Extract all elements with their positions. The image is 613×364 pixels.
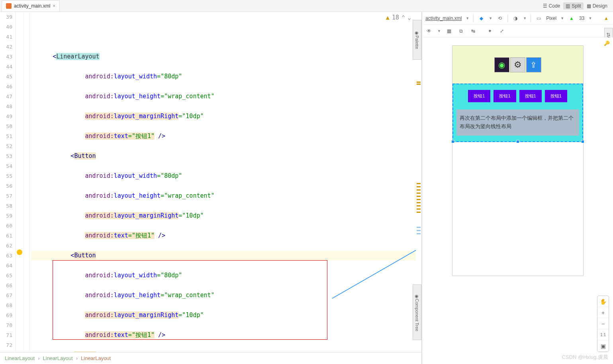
- android-icon: ▲: [568, 15, 575, 22]
- highlight-box: [53, 260, 327, 340]
- theme-icon[interactable]: ◑: [512, 15, 519, 22]
- device-preview[interactable]: ◉ ⚙ ⇪ 按钮1 按钮1 按钮1 按钮1 再次在第二个布局中添加一个编辑框，并…: [452, 45, 584, 276]
- inspection-summary[interactable]: ▲18 ⌃⌄: [384, 12, 413, 23]
- zoom-fit-button[interactable]: 1:1: [597, 329, 609, 341]
- palette-tab[interactable]: ◉ Palette: [413, 20, 421, 60]
- preview-edittext[interactable]: 再次在第二个布局中添加一个编辑框，并把第二个布局改为竖向线性布局: [456, 109, 579, 136]
- close-tab-icon[interactable]: ×: [53, 3, 55, 9]
- preview-button-1[interactable]: 按钮1: [468, 90, 490, 102]
- zoom-in-button[interactable]: +: [597, 307, 609, 318]
- resize-handle[interactable]: [451, 140, 454, 143]
- file-tab[interactable]: activity_main.xml ×: [2, 0, 60, 12]
- warning-icon[interactable]: ▲: [603, 15, 610, 22]
- component-tree-tab[interactable]: ◉ Component Tree: [413, 284, 421, 340]
- line-gutter: 3940414243444546474849505152535455565758…: [0, 12, 16, 352]
- tab-filename: activity_main.xml: [14, 3, 50, 9]
- marker-gutter: [16, 12, 24, 352]
- device-icon[interactable]: ▭: [535, 15, 542, 22]
- device-label[interactable]: Pixel: [546, 16, 556, 21]
- zoom-frame-button[interactable]: ▣: [597, 341, 609, 352]
- eye-icon[interactable]: 👁: [425, 27, 433, 35]
- selected-layout[interactable]: 按钮1 按钮1 按钮1 按钮1 再次在第二个布局中添加一个编辑框，并把第二个布局…: [452, 84, 583, 142]
- magnet-icon[interactable]: ⧉: [458, 27, 465, 35]
- designer-toolbar-2: 👁▼ ▦ ⧉ ↹ ✦ ⤢ ?: [422, 25, 613, 37]
- view-design-button[interactable]: ▦ Design: [584, 2, 610, 10]
- preview-button-4[interactable]: 按钮1: [545, 90, 567, 102]
- hint-bulb-icon[interactable]: [17, 249, 22, 255]
- api-label[interactable]: 33: [579, 16, 584, 21]
- layers-icon[interactable]: ◆: [478, 15, 485, 22]
- arrows-icon[interactable]: ✦: [486, 27, 494, 35]
- code-editor[interactable]: 3940414243444546474849505152535455565758…: [0, 12, 422, 364]
- pan-button[interactable]: ✋: [597, 296, 609, 307]
- zoom-out-button[interactable]: −: [597, 318, 609, 329]
- watermark: CSDN @Hxiug.虞晨: [562, 354, 609, 361]
- key-icon: 🔑: [604, 41, 610, 46]
- app-icon-1: ◉: [494, 57, 509, 72]
- preview-button-2[interactable]: 按钮1: [494, 90, 516, 102]
- gear-icon: ⚙: [510, 57, 525, 72]
- expand-icon[interactable]: ⤢: [498, 27, 505, 35]
- resize-handle[interactable]: [581, 140, 584, 143]
- code-area[interactable]: ▲18 ⌃⌄ <<LinearLayoutLinearLayout androi…: [29, 12, 421, 352]
- xml-file-icon: [6, 3, 12, 9]
- design-pane: ◉ Palette ◉ Component Tree ⇄ Attributes …: [422, 12, 613, 364]
- zoom-controls: ✋ + − 1:1 ▣: [597, 296, 609, 352]
- breadcrumb[interactable]: LinearLayout› LinearLayout› LinearLayout: [0, 352, 421, 364]
- share-icon: ⇪: [526, 57, 541, 72]
- preview-button-3[interactable]: 按钮1: [519, 90, 542, 102]
- view-code-button[interactable]: ☰ Code: [541, 2, 563, 10]
- view-split-button[interactable]: ▥ Split: [563, 2, 583, 10]
- align-icon[interactable]: ↹: [470, 27, 477, 35]
- fold-gutter: [24, 12, 29, 352]
- rotate-icon[interactable]: ⟲: [496, 15, 503, 22]
- designer-toolbar: activity_main.xml▼ ◆▼ ⟲ ◑▼ ▭ Pixel▼ ▲ 33…: [422, 12, 613, 25]
- grid-icon[interactable]: ▦: [446, 27, 453, 35]
- resize-handle[interactable]: [516, 140, 519, 143]
- design-file-label[interactable]: activity_main.xml: [425, 16, 462, 21]
- preview-header: ◉ ⚙ ⇪: [452, 46, 583, 84]
- tab-bar: activity_main.xml × ☰ Code ▥ Split ▦ Des…: [0, 0, 613, 12]
